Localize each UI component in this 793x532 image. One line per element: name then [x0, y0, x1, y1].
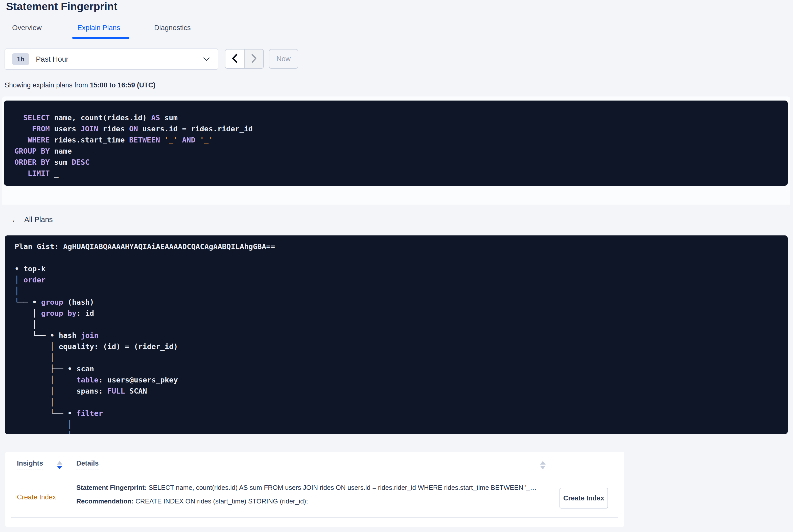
- insights-table-card: Insights Details Create Index Statement …: [5, 452, 624, 527]
- previous-time-button[interactable]: [225, 50, 244, 68]
- tab-overview[interactable]: Overview: [12, 24, 42, 32]
- sort-ascending-icon: [540, 461, 546, 464]
- recommendation-detail: Recommendation: CREATE INDEX ON rides (s…: [76, 497, 555, 505]
- statement-fingerprint-page: Statement Fingerprint Overview Explain P…: [0, 0, 793, 532]
- statement-sql-block: SELECT name, count(rides.id) AS sum FROM…: [4, 100, 788, 186]
- time-range-select[interactable]: 1h Past Hour: [4, 49, 218, 70]
- table-row-divider: [12, 517, 618, 518]
- all-plans-link[interactable]: ← All Plans: [11, 215, 53, 224]
- plan-gist-block: Plan Gist: AgHUAQIABQAAAAHYAQIAiAEAAAADC…: [5, 235, 788, 434]
- statement-fingerprint-label: Statement Fingerprint:: [76, 484, 147, 491]
- showing-range-text: Showing explain plans from 15:00 to 16:5…: [4, 81, 155, 89]
- next-time-button[interactable]: [244, 50, 263, 68]
- time-range-badge: 1h: [12, 53, 29, 65]
- arrow-left-icon: ←: [11, 215, 20, 224]
- tab-diagnostics[interactable]: Diagnostics: [154, 24, 191, 32]
- showing-range-prefix: Showing explain plans from: [4, 81, 90, 89]
- create-index-button[interactable]: Create Index: [560, 488, 608, 509]
- column-header-details[interactable]: Details: [76, 459, 99, 470]
- insight-type-link[interactable]: Create Index: [17, 493, 56, 501]
- recommendation-label: Recommendation:: [76, 497, 134, 505]
- recommendation-text: CREATE INDEX ON rides (start_time) STORI…: [134, 497, 308, 505]
- sort-ascending-icon: [57, 461, 62, 464]
- sort-descending-icon: [57, 466, 62, 469]
- chevron-down-icon: [203, 57, 210, 62]
- statement-section: SELECT name, count(rides.id) AS sum FROM…: [2, 96, 790, 205]
- time-pager: [225, 49, 264, 69]
- chevron-left-icon: [231, 54, 238, 64]
- sort-descending-icon: [540, 466, 546, 469]
- table-header-divider: [12, 476, 618, 476]
- showing-range-value: 15:00 to 16:59 (UTC): [90, 81, 156, 89]
- now-button[interactable]: Now: [269, 49, 298, 69]
- sort-details-control[interactable]: [540, 461, 546, 469]
- tabs-divider: [0, 39, 793, 39]
- time-range-label: Past Hour: [36, 55, 69, 63]
- all-plans-label: All Plans: [24, 215, 53, 224]
- column-header-insights[interactable]: Insights: [17, 459, 43, 470]
- statement-fingerprint-detail: Statement Fingerprint: SELECT name, coun…: [76, 484, 555, 492]
- sort-insights-control[interactable]: [57, 461, 63, 469]
- statement-fingerprint-text: SELECT name, count(rides.id) AS sum FROM…: [147, 484, 537, 491]
- chevron-right-icon: [250, 54, 258, 64]
- tab-explain-plans[interactable]: Explain Plans: [77, 24, 120, 32]
- page-title: Statement Fingerprint: [6, 0, 117, 13]
